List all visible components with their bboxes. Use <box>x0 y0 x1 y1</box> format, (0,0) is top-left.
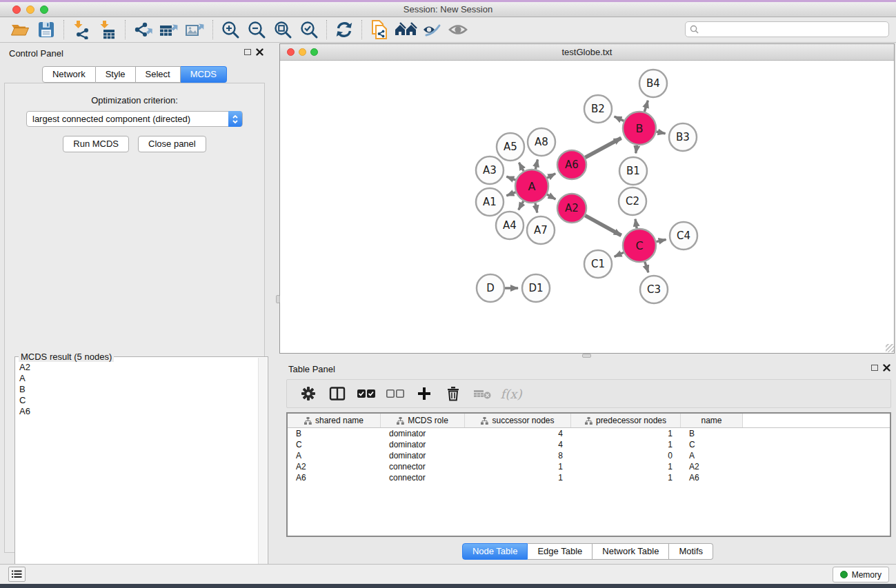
table-cell[interactable]: 8 <box>465 451 571 460</box>
edge-C-C4[interactable] <box>656 240 666 242</box>
result-scrollbar[interactable] <box>258 358 267 588</box>
delete-column-icon[interactable] <box>443 383 464 404</box>
zoom-out-icon[interactable] <box>243 19 270 41</box>
edge-B-B1[interactable] <box>636 145 637 154</box>
table-row[interactable]: Adominator80A <box>288 450 890 461</box>
search-input[interactable] <box>702 25 888 34</box>
table-cell[interactable]: B <box>288 429 381 438</box>
open-session-icon[interactable] <box>7 19 33 41</box>
node-C1[interactable]: C1 <box>584 250 612 278</box>
tab-network-table[interactable]: Network Table <box>593 543 669 560</box>
node-B2[interactable]: B2 <box>584 95 612 123</box>
edge-C-C1[interactable] <box>615 252 624 256</box>
table-cell[interactable]: 1 <box>571 473 681 483</box>
tab-edge-table[interactable]: Edge Table <box>528 543 593 560</box>
result-item[interactable]: A6 <box>19 406 268 417</box>
save-session-icon[interactable] <box>33 19 59 41</box>
table-cell[interactable]: 1 <box>465 462 571 472</box>
column-header-predecessor-nodes[interactable]: predecessor nodes <box>571 414 681 427</box>
node-B[interactable]: B <box>623 112 656 145</box>
float-table-panel-icon[interactable] <box>871 365 878 371</box>
table-cell[interactable]: 4 <box>465 429 571 438</box>
table-cell[interactable]: 1 <box>465 473 571 483</box>
node-B1[interactable]: B1 <box>619 157 647 185</box>
column-header-successor-nodes[interactable]: successor nodes <box>465 414 571 427</box>
table-row[interactable]: A2connector11A2 <box>288 461 890 472</box>
result-item[interactable]: B <box>19 384 268 395</box>
memory-button[interactable]: Memory <box>833 567 889 582</box>
zoom-fit-icon[interactable] <box>270 19 296 41</box>
horizontal-splitter-handle[interactable] <box>582 354 591 358</box>
result-item[interactable]: A <box>19 373 268 384</box>
optimization-criterion-select[interactable]: largest connected component (directed) <box>26 111 243 127</box>
node-B4[interactable]: B4 <box>639 70 667 97</box>
tab-style[interactable]: Style <box>96 66 136 83</box>
node-A5[interactable]: A5 <box>497 133 524 161</box>
show-hide-graphics-icon[interactable] <box>445 19 471 41</box>
table-row[interactable]: Bdominator41B <box>288 428 890 439</box>
edge-A-A3[interactable] <box>506 176 515 180</box>
table-cell[interactable]: A <box>681 451 743 460</box>
table-cell[interactable]: connector <box>381 462 465 472</box>
edge-A-A5[interactable] <box>519 163 524 171</box>
import-network-icon[interactable] <box>68 19 94 41</box>
table-cell[interactable]: C <box>288 440 381 449</box>
table-cell[interactable]: dominator <box>381 440 465 449</box>
node-C4[interactable]: C4 <box>670 222 697 250</box>
table-cell[interactable]: A6 <box>288 473 381 483</box>
search-field[interactable] <box>685 21 889 37</box>
edge-A-A6[interactable] <box>547 174 555 178</box>
node-D[interactable]: D <box>477 274 504 302</box>
export-table-icon[interactable] <box>156 19 182 41</box>
table-row[interactable]: A6connector11A6 <box>288 472 890 483</box>
first-neighbors-icon[interactable] <box>392 19 419 41</box>
zoom-in-icon[interactable] <box>217 19 243 41</box>
add-column-icon[interactable] <box>414 383 435 404</box>
edge-B-B2[interactable] <box>615 116 624 121</box>
select-all-icon[interactable] <box>356 383 377 404</box>
edge-B-B3[interactable] <box>656 132 665 134</box>
edge-C-C2[interactable] <box>635 219 637 229</box>
close-panel-button[interactable]: Close panel <box>138 136 206 152</box>
node-A7[interactable]: A7 <box>527 216 555 244</box>
result-item[interactable]: C <box>19 395 268 406</box>
column-header-MCDS-role[interactable]: MCDS role <box>381 414 465 427</box>
column-header-shared-name[interactable]: shared name <box>288 414 381 427</box>
hide-selected-icon[interactable] <box>419 19 445 41</box>
node-A2[interactable]: A2 <box>557 194 586 223</box>
node-D1[interactable]: D1 <box>522 274 550 302</box>
zoom-selected-icon[interactable] <box>296 19 322 41</box>
table-cell[interactable]: 1 <box>571 440 681 449</box>
edge-A6-B[interactable] <box>585 138 621 157</box>
network-canvas[interactable]: B4B2BB3A8A5A6A3B1AA1C2A2A4A7C4CC1DD1C3 <box>280 61 894 352</box>
node-A[interactable]: A <box>515 170 548 203</box>
close-panel-icon[interactable] <box>256 48 263 56</box>
tab-node-table[interactable]: Node Table <box>462 543 528 560</box>
network-graph[interactable]: B4B2BB3A8A5A6A3B1AA1C2A2A4A7C4CC1DD1C3 <box>280 61 894 352</box>
table-cell[interactable]: A6 <box>681 473 743 483</box>
network-window-titlebar[interactable]: testGlobe.txt <box>280 44 894 61</box>
task-history-button[interactable] <box>8 567 26 582</box>
table-cell[interactable]: B <box>681 429 743 438</box>
edge-A-A7[interactable] <box>535 203 537 212</box>
table-row[interactable]: Cdominator41C <box>288 439 890 450</box>
float-panel-icon[interactable] <box>244 49 251 55</box>
edge-A-A2[interactable] <box>547 194 555 199</box>
edge-A2-C[interactable] <box>585 216 621 236</box>
show-columns-icon[interactable] <box>327 383 348 404</box>
close-table-panel-icon[interactable] <box>883 364 890 372</box>
table-cell[interactable]: C <box>681 440 743 449</box>
table-cell[interactable]: 4 <box>465 440 571 449</box>
edge-C-C3[interactable] <box>645 262 648 273</box>
table-cell[interactable]: A2 <box>681 462 743 472</box>
node-table[interactable]: shared nameMCDS rolesuccessor nodesprede… <box>286 412 891 537</box>
run-mcds-button[interactable]: Run MCDS <box>63 136 129 152</box>
table-cell[interactable]: dominator <box>381 451 465 460</box>
node-A3[interactable]: A3 <box>476 156 504 184</box>
edge-A-A8[interactable] <box>535 159 537 169</box>
edge-A-A4[interactable] <box>519 201 524 210</box>
tab-mcds[interactable]: MCDS <box>181 66 227 83</box>
delete-table-icon[interactable] <box>472 383 492 404</box>
node-C2[interactable]: C2 <box>619 187 646 215</box>
node-C3[interactable]: C3 <box>640 276 668 303</box>
